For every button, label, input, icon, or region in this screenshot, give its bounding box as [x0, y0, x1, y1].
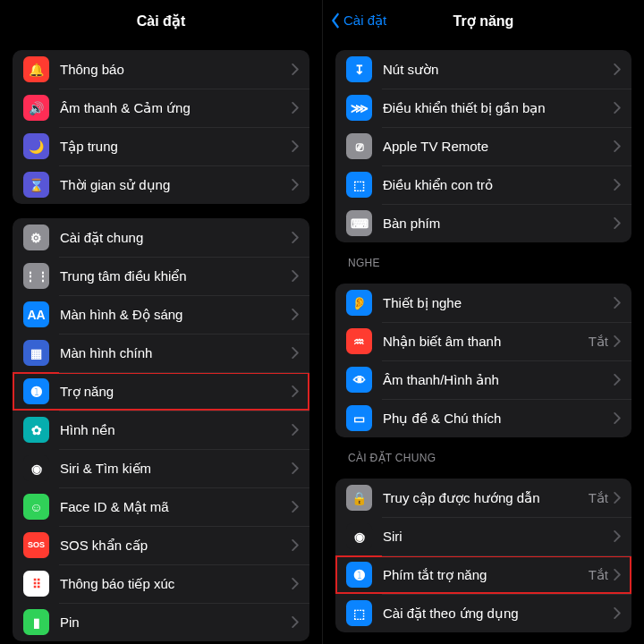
wallpaper-icon: ✿: [23, 417, 49, 443]
chevron-right-icon: [292, 501, 299, 513]
audio-visual-row[interactable]: 👁Âm thanh/Hình ảnh: [335, 360, 631, 399]
chevron-right-icon: [614, 492, 621, 504]
per-app-settings-row[interactable]: ⬚Cài đặt theo ứng dụng: [335, 594, 631, 632]
row-label: Tập trung: [60, 139, 292, 155]
row-label: Âm thanh & Cảm ứng: [60, 100, 292, 116]
sos-icon: SOS: [23, 532, 49, 558]
hearing-devices-row[interactable]: 👂Thiết bị nghe: [335, 284, 631, 322]
chevron-right-icon: [614, 102, 621, 114]
section-header: CÀI ĐẶT CHUNG: [335, 452, 631, 464]
chevron-right-icon: [292, 424, 299, 436]
keyboard-row[interactable]: ⌨︎Bàn phím: [335, 204, 631, 242]
battery-row[interactable]: ▮Pin: [13, 603, 309, 641]
page-title: Trợ năng: [453, 13, 514, 30]
sounds-icon: 🔊: [23, 95, 49, 121]
subtitles-row[interactable]: ▭Phụ đề & Chú thích: [335, 399, 631, 437]
row-label: Thiết bị nghe: [383, 295, 614, 311]
accessibility-content[interactable]: ↧Nút sườn⋙Điều khiển thiết bị gần bạn⎚Ap…: [323, 41, 644, 644]
pointer-control-icon: ⬚: [346, 172, 372, 198]
focus-icon: 🌙: [23, 133, 49, 159]
settings-content[interactable]: 🔔Thông báo🔊Âm thanh & Cảm ứng🌙Tập trung⌛…: [0, 41, 322, 644]
apple-tv-remote-row[interactable]: ⎚Apple TV Remote: [335, 127, 631, 165]
row-label: Bàn phím: [383, 216, 614, 231]
keyboard-icon: ⌨︎: [346, 210, 372, 236]
back-button[interactable]: Cài đặt: [330, 13, 386, 29]
sounds-row[interactable]: 🔊Âm thanh & Cảm ứng: [13, 89, 309, 127]
row-label: Thông báo: [60, 62, 292, 77]
accessibility-pane: Cài đặt Trợ năng ↧Nút sườn⋙Điều khiển th…: [322, 0, 644, 644]
subtitles-icon: ▭: [346, 405, 372, 431]
row-label: Thông báo tiếp xúc: [60, 576, 292, 592]
row-label: Cài đặt chung: [60, 230, 292, 246]
chevron-right-icon: [292, 232, 299, 243]
chevron-right-icon: [292, 347, 299, 359]
chevron-right-icon: [292, 270, 299, 282]
row-value: Tắt: [589, 490, 608, 506]
chevron-right-icon: [292, 102, 299, 114]
faceid-icon: ☺︎: [23, 494, 49, 520]
chevron-right-icon: [292, 140, 299, 152]
exposure-row[interactable]: ⠿Thông báo tiếp xúc: [13, 564, 309, 603]
chevron-right-icon: [292, 309, 299, 320]
focus-row[interactable]: 🌙Tập trung: [13, 127, 309, 165]
settings-group: ↧Nút sườn⋙Điều khiển thiết bị gần bạn⎚Ap…: [335, 50, 631, 242]
general-icon: ⚙︎: [23, 225, 49, 250]
accessibility-shortcut-row[interactable]: ➊Phím tắt trợ năngTắt: [335, 555, 631, 594]
chevron-right-icon: [292, 616, 299, 628]
settings-group: ⚙︎Cài đặt chung⋮⋮Trung tâm điều khiểnAAM…: [13, 218, 309, 641]
siri-icon: ◉: [23, 455, 49, 481]
pointer-control-row[interactable]: ⬚Điều khiển con trỏ: [335, 165, 631, 204]
row-label: Điều khiển thiết bị gần bạn: [383, 100, 614, 116]
chevron-right-icon: [614, 569, 621, 580]
chevron-right-icon: [614, 412, 621, 424]
chevron-right-icon: [614, 374, 621, 386]
chevron-right-icon: [292, 179, 299, 191]
sound-recognition-row[interactable]: ♒︎Nhận biết âm thanhTắt: [335, 322, 631, 360]
row-label: Trung tâm điều khiển: [60, 268, 292, 284]
apple-tv-remote-icon: ⎚: [346, 133, 372, 159]
row-label: Nút sườn: [383, 62, 614, 78]
settings-pane: Cài đặt 🔔Thông báo🔊Âm thanh & Cảm ứng🌙Tậ…: [0, 0, 322, 644]
general-row[interactable]: ⚙︎Cài đặt chung: [13, 218, 309, 257]
side-button-row[interactable]: ↧Nút sườn: [335, 50, 631, 89]
wallpaper-row[interactable]: ✿Hình nền: [13, 411, 309, 449]
notifications-row[interactable]: 🔔Thông báo: [13, 50, 309, 89]
control-center-row[interactable]: ⋮⋮Trung tâm điều khiển: [13, 257, 309, 295]
chevron-right-icon: [614, 64, 621, 75]
row-value: Tắt: [589, 567, 608, 583]
chevron-right-icon: [292, 462, 299, 474]
row-label: Điều khiển con trỏ: [383, 177, 614, 193]
chevron-right-icon: [292, 386, 299, 397]
header: Cài đặt: [0, 0, 322, 41]
settings-group: 🔒Truy cập được hướng dẫnTắt◉Siri➊Phím tắ…: [335, 479, 631, 632]
screentime-row[interactable]: ⌛Thời gian sử dụng: [13, 165, 309, 204]
siri-row[interactable]: ◉Siri: [335, 517, 631, 555]
hearing-devices-icon: 👂: [346, 290, 372, 316]
guided-access-row[interactable]: 🔒Truy cập được hướng dẫnTắt: [335, 479, 631, 517]
display-row[interactable]: AAMàn hình & Độ sáng: [13, 295, 309, 334]
accessibility-shortcut-icon: ➊: [346, 562, 372, 588]
home-screen-icon: ▦: [23, 340, 49, 366]
battery-icon: ▮: [23, 609, 49, 635]
chevron-right-icon: [614, 607, 621, 619]
row-label: Nhận biết âm thanh: [383, 334, 589, 350]
section-header: NGHE: [335, 257, 631, 269]
header: Cài đặt Trợ năng: [323, 0, 644, 41]
siri-icon: ◉: [346, 523, 372, 549]
row-label: Phụ đề & Chú thích: [383, 411, 614, 427]
accessibility-row[interactable]: ➊Trợ năng: [13, 372, 309, 411]
row-label: SOS khẩn cấp: [60, 538, 292, 554]
home-screen-row[interactable]: ▦Màn hình chính: [13, 334, 309, 372]
row-label: Siri & Tìm kiếm: [60, 461, 292, 477]
siri-row[interactable]: ◉Siri & Tìm kiếm: [13, 449, 309, 487]
row-label: Siri: [383, 529, 614, 544]
nearby-control-row[interactable]: ⋙Điều khiển thiết bị gần bạn: [335, 89, 631, 127]
sos-row[interactable]: SOSSOS khẩn cấp: [13, 526, 309, 564]
faceid-row[interactable]: ☺︎Face ID & Mật mã: [13, 487, 309, 526]
display-icon: AA: [23, 301, 49, 327]
row-label: Phím tắt trợ năng: [383, 567, 589, 583]
per-app-settings-icon: ⬚: [346, 600, 372, 626]
row-label: Apple TV Remote: [383, 139, 614, 154]
row-label: Hình nền: [60, 422, 292, 438]
exposure-icon: ⠿: [23, 571, 49, 597]
